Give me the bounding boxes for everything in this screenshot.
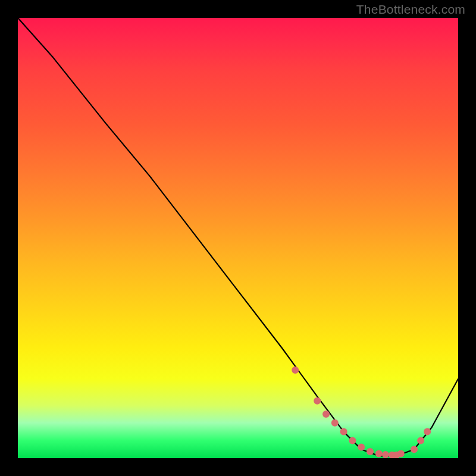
marker-dot [411,446,418,453]
marker-dot [340,428,347,436]
bottleneck-curve-line [18,18,458,456]
marker-group [292,367,431,458]
marker-dot [424,428,431,436]
marker-dot [375,450,383,458]
marker-dot [397,450,405,458]
plot-area [18,18,458,458]
marker-dot [417,437,424,444]
marker-dot [367,448,374,455]
marker-dot [349,437,356,444]
marker-dot [292,367,299,374]
marker-dot [331,419,339,427]
marker-dot [314,397,321,405]
marker-dot [322,411,330,418]
watermark-label: TheBottleneck.com [356,2,465,17]
marker-dot [358,444,365,451]
chart-overlay-svg [18,18,458,458]
chart-figure: TheBottleneck.com [0,0,476,476]
marker-dot [382,451,389,458]
